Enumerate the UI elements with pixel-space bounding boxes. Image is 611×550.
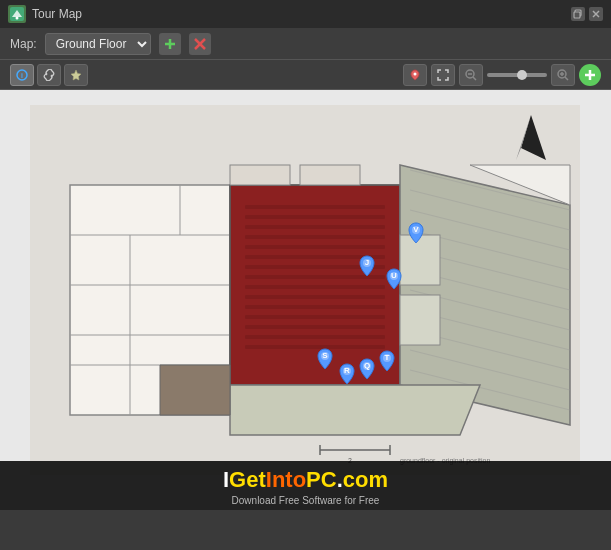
pin-S[interactable]: S (316, 348, 334, 370)
right-tool-group (403, 64, 601, 86)
title-text: Tour Map (32, 7, 565, 21)
svg-line-20 (565, 77, 568, 80)
remove-map-button[interactable] (189, 33, 211, 55)
svg-point-1 (16, 17, 19, 20)
map-select[interactable]: Ground Floor First Floor Second Floor (45, 33, 151, 55)
pin-view-button[interactable] (403, 64, 427, 86)
watermark-sub: Download Free Software for Free (0, 495, 611, 506)
pin-T-label: T (385, 353, 390, 362)
pin-Q[interactable]: Q (358, 358, 376, 380)
pin-V[interactable]: V (407, 222, 425, 244)
svg-marker-12 (71, 70, 81, 80)
pin-R[interactable]: R (338, 363, 356, 385)
close-button[interactable] (589, 7, 603, 21)
link-button[interactable] (37, 64, 61, 86)
zoom-in-button[interactable] (551, 64, 575, 86)
pin-V-label: V (413, 225, 418, 234)
zoom-slider[interactable] (487, 73, 547, 77)
pins-layer: J U V S (0, 90, 611, 510)
pin-J[interactable]: J (358, 255, 376, 277)
expand-button[interactable] (431, 64, 455, 86)
pin-U-label: U (391, 271, 397, 280)
watermark-main: IGetIntoPC.com (0, 467, 611, 493)
window-controls (571, 7, 603, 21)
add-pin-button[interactable] (579, 64, 601, 86)
pin-J-label: J (365, 258, 369, 267)
app-icon (8, 5, 26, 23)
watermark-get: Get (229, 467, 266, 492)
pin-Q-label: Q (364, 361, 370, 370)
toolbar: Map: Ground Floor First Floor Second Flo… (0, 28, 611, 60)
pin-T[interactable]: T (378, 350, 396, 372)
star-button[interactable] (64, 64, 88, 86)
watermark-into: Into (266, 467, 306, 492)
map-label: Map: (10, 37, 37, 51)
map-area[interactable]: 2 groundfloor - original position J U (0, 90, 611, 510)
add-map-button[interactable] (159, 33, 181, 55)
pin-R-label: R (344, 366, 350, 375)
svg-point-13 (414, 72, 417, 75)
svg-rect-3 (574, 12, 580, 18)
svg-text:i: i (21, 72, 23, 79)
svg-line-16 (473, 77, 476, 80)
pin-S-label: S (322, 351, 327, 360)
watermark-com: com (343, 467, 388, 492)
toolbar2: i (0, 60, 611, 90)
watermark-pc: PC (306, 467, 337, 492)
left-tool-group: i (10, 64, 88, 86)
restore-button[interactable] (571, 7, 585, 21)
title-bar: Tour Map (0, 0, 611, 28)
zoom-out-button[interactable] (459, 64, 483, 86)
pin-U[interactable]: U (385, 268, 403, 290)
watermark: IGetIntoPC.com Download Free Software fo… (0, 461, 611, 510)
info-button[interactable]: i (10, 64, 34, 86)
